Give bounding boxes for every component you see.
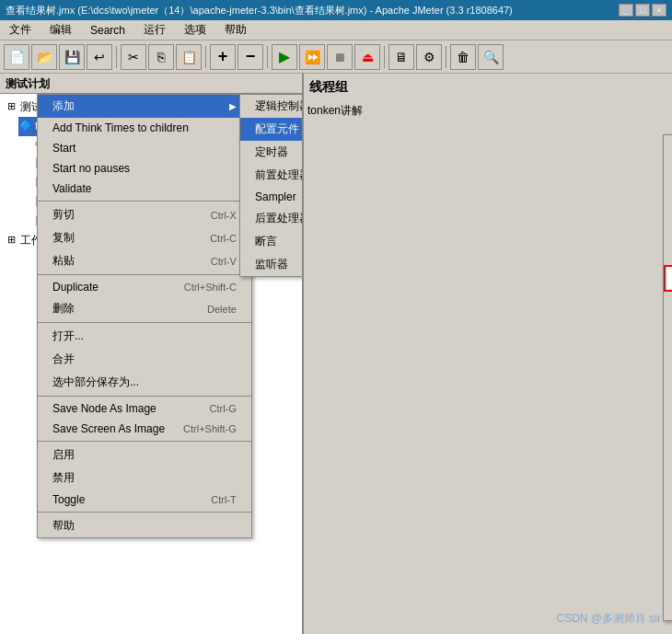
cfg-tonken[interactable]: tonken讲解 bbox=[664, 135, 672, 158]
run-no-pause-button[interactable]: ⏩ bbox=[299, 44, 325, 70]
ctx-add-think-times[interactable]: Add Think Times to children bbox=[38, 118, 251, 138]
ctx-open[interactable]: 打开... bbox=[38, 325, 251, 348]
ctx-merge-label: 合并 bbox=[52, 352, 75, 367]
cfg-ftp[interactable]: FTP请求缺省值 bbox=[664, 199, 672, 222]
logic-controller-label: 逻辑控制器 bbox=[255, 98, 304, 114]
right-panel: 线程组 tonken讲解 tonken讲解 CSV Data Set Confi… bbox=[304, 74, 672, 634]
ctx-sep-3 bbox=[38, 322, 251, 323]
cfg-keystore[interactable]: Keystore Configuration bbox=[664, 421, 672, 442]
ctx-start-no-pauses[interactable]: Start no pauses bbox=[38, 158, 251, 179]
cfg-lock-file[interactable]: jp@gc - Lock File Config bbox=[664, 381, 672, 401]
assertion-label: 断言 bbox=[255, 234, 277, 249]
ctx-disable[interactable]: 禁用 bbox=[38, 467, 251, 490]
ctx-save-node-shortcut: Ctrl-G bbox=[210, 403, 237, 414]
menu-search[interactable]: Search bbox=[85, 22, 131, 39]
ctx-merge[interactable]: 合并 bbox=[38, 348, 251, 371]
search-toolbar-button[interactable]: 🔍 bbox=[478, 44, 504, 70]
clear-button[interactable]: 🗑 bbox=[450, 44, 476, 70]
submenu-postprocessor[interactable]: 后置处理器 ▶ bbox=[240, 207, 304, 230]
ctx-enable[interactable]: 启用 bbox=[38, 444, 251, 467]
ctx-delete-shortcut: Delete bbox=[207, 304, 237, 315]
save-button[interactable]: 💾 bbox=[59, 44, 85, 70]
cfg-simple[interactable]: 简单配置元件 bbox=[664, 574, 672, 597]
ctx-paste[interactable]: 粘贴 Ctrl-V bbox=[38, 249, 251, 272]
ctx-help[interactable]: 帮助 bbox=[38, 514, 251, 537]
cfg-dns[interactable]: DNS Cache Manager bbox=[664, 179, 672, 199]
menu-run[interactable]: 运行 bbox=[138, 20, 171, 40]
cfg-java-defaults[interactable]: Java请求默认值 bbox=[664, 338, 672, 361]
submenu-logic-controller[interactable]: 逻辑控制器 ▶ bbox=[240, 95, 304, 118]
remote2-button[interactable]: ⚙ bbox=[416, 44, 442, 70]
revert-button[interactable]: ↩ bbox=[87, 44, 112, 70]
minimize-button[interactable]: _ bbox=[619, 4, 633, 17]
ctx-start[interactable]: Start bbox=[38, 138, 251, 158]
sampler-label: Sampler bbox=[255, 190, 296, 203]
ctx-save-screen-shortcut: Ctrl+Shift-G bbox=[183, 423, 237, 434]
cfg-ldap-extended[interactable]: LDAP Extended Request Defaults bbox=[664, 442, 672, 462]
ctx-disable-label: 禁用 bbox=[52, 470, 75, 486]
cfg-random[interactable]: Random Variable bbox=[664, 485, 672, 505]
cfg-login[interactable]: 登陆配置元件/素 bbox=[664, 551, 672, 574]
ctx-paste-shortcut: Ctrl-V bbox=[211, 256, 237, 267]
ctx-duplicate[interactable]: Duplicate Ctrl+Shift-C bbox=[38, 277, 251, 297]
ctx-delete[interactable]: 删除 Delete bbox=[38, 297, 251, 320]
maximize-button[interactable]: □ bbox=[635, 4, 650, 17]
cfg-http-header[interactable]: HTTP信息头管理器 bbox=[664, 265, 672, 292]
cfg-variables-csv[interactable]: jp@gc - Variables From CSV File bbox=[664, 401, 672, 421]
cfg-csv[interactable]: CSV Data Set Config bbox=[664, 158, 672, 179]
ctx-save-screen-image[interactable]: Save Screen As Image Ctrl+Shift-G bbox=[38, 419, 251, 439]
cut-button[interactable]: ✂ bbox=[121, 44, 146, 70]
ctx-cut[interactable]: 剪切 Ctrl-X bbox=[38, 203, 251, 226]
ctx-copy[interactable]: 复制 Ctrl-C bbox=[38, 226, 251, 249]
submenu-timer[interactable]: 定时器 ▶ bbox=[240, 141, 304, 164]
ctx-add[interactable]: 添加 ▶ bbox=[38, 95, 251, 118]
remote-button[interactable]: 🖥 bbox=[388, 44, 414, 70]
submenu-preprocessor[interactable]: 前置处理器 ▶ bbox=[240, 164, 304, 187]
cfg-counter[interactable]: 计数器 bbox=[664, 597, 672, 620]
submenu-assertion[interactable]: 断言 ▶ bbox=[240, 230, 304, 253]
config-element-label: 配置元件 bbox=[255, 121, 299, 137]
window-controls[interactable]: _ □ × bbox=[619, 4, 666, 17]
stop-button[interactable]: ⏹ bbox=[327, 44, 353, 70]
close-button[interactable]: × bbox=[652, 4, 666, 17]
cfg-user-vars[interactable]: 用户定义的变量 bbox=[664, 528, 672, 551]
cfg-ldap[interactable]: LDAP请求默认值 bbox=[664, 462, 672, 485]
stop-now-button[interactable]: ⏏ bbox=[354, 44, 380, 70]
collapse-button[interactable]: − bbox=[238, 44, 263, 70]
submenu-sampler[interactable]: Sampler ▶ bbox=[240, 187, 304, 207]
ctx-toggle-shortcut: Ctrl-T bbox=[211, 494, 237, 505]
submenu-listener[interactable]: 监听器 ▶ bbox=[240, 253, 304, 276]
menu-edit[interactable]: 编辑 bbox=[44, 20, 77, 40]
workspace-icon: ⊞ bbox=[4, 234, 18, 248]
ctx-add-arrow: ▶ bbox=[229, 101, 237, 111]
ctx-save-selection-label: 选中部分保存为... bbox=[52, 375, 139, 390]
copy-button[interactable]: ⎘ bbox=[148, 44, 174, 70]
ctx-save-node-image[interactable]: Save Node As Image Ctrl-G bbox=[38, 398, 251, 419]
ctx-toggle[interactable]: Toggle Ctrl-T bbox=[38, 490, 251, 510]
menu-bar: 文件 编辑 Search 运行 选项 帮助 bbox=[0, 20, 672, 40]
ctx-duplicate-label: Duplicate bbox=[52, 281, 98, 294]
ctx-validate[interactable]: Validate bbox=[38, 179, 251, 199]
cfg-tcp[interactable]: TCP取样器配置 bbox=[664, 505, 672, 528]
cfg-http-cache[interactable]: HTTP Cache Manager bbox=[664, 222, 672, 242]
cfg-http-auth[interactable]: HTTP授权管理器 bbox=[664, 292, 672, 315]
ctx-save-node-image-label: Save Node As Image bbox=[52, 402, 156, 415]
ctx-start-no-pauses-label: Start no pauses bbox=[52, 162, 130, 175]
cfg-jdbc[interactable]: JDBC Connection Configuration bbox=[664, 361, 672, 381]
ctx-sep-2 bbox=[38, 274, 251, 275]
tonken-icon: 🔷 bbox=[18, 120, 33, 134]
submenu-config-element[interactable]: 配置元件 ▶ bbox=[240, 118, 304, 141]
expand-button[interactable]: + bbox=[210, 44, 236, 70]
paste-button[interactable]: 📋 bbox=[176, 44, 202, 70]
menu-file[interactable]: 文件 bbox=[4, 20, 37, 40]
run-button[interactable]: ▶ bbox=[272, 44, 297, 70]
cfg-http-defaults[interactable]: HTTP请求默认值 bbox=[664, 315, 672, 338]
menu-options[interactable]: 选项 bbox=[179, 20, 212, 40]
ctx-save-selection[interactable]: 选中部分保存为... bbox=[38, 371, 251, 394]
new-button[interactable]: 📄 bbox=[4, 44, 29, 70]
cfg-http-cookie[interactable]: HTTP Cookie管理器 bbox=[664, 242, 672, 265]
separator-2 bbox=[205, 46, 206, 68]
menu-help[interactable]: 帮助 bbox=[219, 20, 252, 40]
open-button[interactable]: 📂 bbox=[31, 44, 57, 70]
left-panel-header: 测试计划 bbox=[0, 74, 302, 94]
